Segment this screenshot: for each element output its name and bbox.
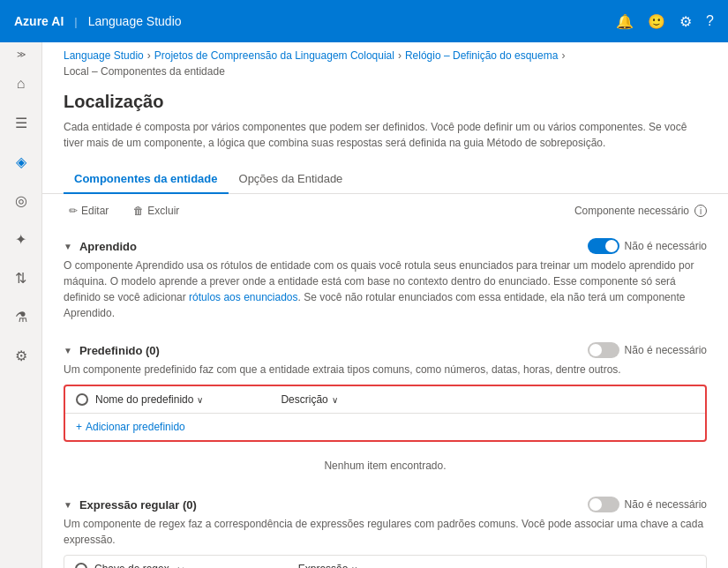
layout: ≫ ⌂ ☰ ◈ ◎ ✦ ⇅ ⚗ ⚙ Language Studio › Proj… bbox=[0, 42, 728, 568]
regex-toggle-wrap: Não é necessário bbox=[588, 497, 707, 512]
help-icon[interactable]: ? bbox=[706, 13, 714, 29]
learned-title: Aprendido bbox=[79, 240, 137, 253]
required-label: Componente necessário bbox=[574, 205, 689, 217]
sidebar-expand-icon[interactable]: ≫ bbox=[17, 49, 26, 59]
predefined-empty-label: Nenhum item encontrado. bbox=[64, 449, 707, 482]
tabs-bar: Componentes da entidade Opções da Entida… bbox=[42, 165, 728, 194]
learned-section: ▼ Aprendido Não é necessário O component… bbox=[42, 228, 728, 332]
sidebar-item-schema[interactable]: ◈ bbox=[4, 144, 39, 179]
regex-section: ▼ Expressão regular (0) Não é necessário… bbox=[42, 486, 728, 568]
regex-radio[interactable] bbox=[75, 563, 87, 568]
page-description: Cada entidade é composta por vários comp… bbox=[64, 119, 707, 151]
regex-toggle[interactable]: Não é necessário bbox=[588, 497, 707, 512]
learned-toggle-icon[interactable]: ▼ bbox=[64, 242, 72, 251]
learned-toggle-wrap: Não é necessário bbox=[588, 238, 707, 254]
predefined-table: Nome do predefinido ∨ Descrição ∨ + Adic… bbox=[64, 385, 707, 442]
predefined-col-name-chevron[interactable]: ∨ bbox=[197, 395, 203, 405]
regex-section-header: ▼ Expressão regular (0) Não é necessário bbox=[64, 490, 707, 516]
predefined-toggle-switch[interactable] bbox=[588, 342, 619, 358]
add-predefined-icon: + bbox=[76, 421, 82, 433]
sidebar-item-transfer[interactable]: ⇅ bbox=[4, 260, 39, 295]
regex-col-expr-chevron[interactable]: ∨ bbox=[351, 564, 357, 569]
regex-col-name: Chave de regex ↑↓ bbox=[94, 563, 185, 568]
regex-toggle-label: Não é necessário bbox=[625, 498, 707, 511]
sidebar-item-home[interactable]: ⌂ bbox=[4, 66, 39, 101]
breadcrumb-sep-2: › bbox=[398, 49, 402, 62]
toolbar: ✏ Editar 🗑 Excluir Componente necessário… bbox=[42, 194, 728, 228]
regex-toggle-knob bbox=[589, 498, 602, 511]
learned-toggle[interactable]: Não é necessário bbox=[588, 238, 707, 254]
edit-button[interactable]: ✏ Editar bbox=[64, 201, 114, 220]
emoji-icon[interactable]: 🙂 bbox=[648, 13, 665, 30]
predefined-toggle-knob bbox=[589, 344, 602, 356]
regex-toggle-icon[interactable]: ▼ bbox=[64, 500, 72, 510]
sidebar-item-entity[interactable]: ◎ bbox=[4, 183, 39, 218]
regex-title: Expressão regular (0) bbox=[79, 498, 197, 512]
page-title: Localização bbox=[64, 92, 707, 112]
topbar-icons: 🔔 🙂 ⚙ ? bbox=[616, 13, 714, 30]
regex-col-sort-icon[interactable]: ↑↓ bbox=[176, 564, 185, 569]
predefined-title: Predefinido (0) bbox=[79, 344, 160, 357]
regex-table-header: Chave de regex ↑↓ Expressão ∨ bbox=[64, 556, 706, 568]
predefined-section-header: ▼ Predefinido (0) Não é necessário bbox=[64, 335, 707, 362]
add-predefined-row[interactable]: + Adicionar predefinido bbox=[65, 414, 705, 440]
predefined-toggle[interactable]: Não é necessário bbox=[588, 342, 707, 358]
regex-col-expr: Expressão ∨ bbox=[298, 563, 358, 568]
page-header: Localização Cada entidade é composta por… bbox=[42, 85, 728, 154]
learned-toggle-switch[interactable] bbox=[588, 238, 619, 254]
predefined-description: Um componente predefinido faz com que a … bbox=[64, 362, 707, 377]
breadcrumb-sep-1: › bbox=[147, 49, 151, 62]
predefined-col-desc-chevron[interactable]: ∨ bbox=[332, 395, 338, 405]
regex-description: Um componente de regex faz a correspondê… bbox=[64, 516, 707, 548]
breadcrumb-projects[interactable]: Projetos de Compreensão da Linguagem Col… bbox=[154, 49, 394, 62]
required-info-icon[interactable]: i bbox=[694, 205, 707, 217]
bell-icon[interactable]: 🔔 bbox=[616, 13, 634, 30]
regex-table: Chave de regex ↑↓ Expressão ∨ + Adiciona… bbox=[64, 555, 707, 568]
azure-label: Azure AI bbox=[14, 14, 64, 28]
predefined-table-header: Nome do predefinido ∨ Descrição ∨ bbox=[65, 386, 705, 414]
app-label: Language Studio bbox=[88, 14, 182, 28]
tab-entity-components[interactable]: Componentes da entidade bbox=[64, 165, 229, 194]
predefined-col-name: Nome do predefinido ∨ bbox=[95, 393, 203, 406]
predefined-toggle-wrap: Não é necessário bbox=[588, 342, 707, 358]
gear-icon[interactable]: ⚙ bbox=[679, 13, 692, 30]
breadcrumb: Language Studio › Projetos de Compreensã… bbox=[42, 42, 728, 85]
sidebar-item-menu[interactable]: ☰ bbox=[4, 105, 39, 140]
learned-desc-link[interactable]: rótulos aos enunciados bbox=[189, 291, 297, 303]
sidebar-item-settings[interactable]: ⚙ bbox=[4, 338, 39, 373]
predefined-section: ▼ Predefinido (0) Não é necessário Um co… bbox=[42, 332, 728, 486]
regex-toggle-switch[interactable] bbox=[588, 497, 619, 512]
learned-section-header: ▼ Aprendido Não é necessário bbox=[64, 231, 707, 258]
topbar: Azure AI | Language Studio 🔔 🙂 ⚙ ? bbox=[0, 0, 728, 42]
predefined-col-desc: Descrição ∨ bbox=[281, 393, 337, 406]
breadcrumb-schema[interactable]: Relógio – Definição do esquema bbox=[405, 49, 558, 62]
topbar-divider: | bbox=[74, 15, 77, 28]
breadcrumb-sep-3: › bbox=[561, 49, 565, 62]
edit-icon: ✏ bbox=[69, 205, 78, 217]
predefined-radio[interactable] bbox=[76, 393, 88, 406]
predefined-toggle-label: Não é necessário bbox=[625, 344, 707, 356]
sidebar-item-test[interactable]: ⚗ bbox=[4, 299, 39, 334]
learned-toggle-knob bbox=[605, 240, 618, 252]
delete-button[interactable]: 🗑 Excluir bbox=[128, 201, 184, 220]
tab-entity-options[interactable]: Opções da Entidade bbox=[229, 165, 354, 194]
learned-description: O componente Aprendido usa os rótulos de… bbox=[64, 258, 707, 321]
breadcrumb-home[interactable]: Language Studio bbox=[64, 49, 144, 62]
sidebar-item-star[interactable]: ✦ bbox=[4, 221, 39, 257]
required-component-area: Componente necessário i bbox=[574, 205, 707, 217]
predefined-toggle-icon[interactable]: ▼ bbox=[64, 346, 72, 355]
main-content: Language Studio › Projetos de Compreensã… bbox=[42, 42, 728, 568]
learned-toggle-label: Não é necessário bbox=[625, 240, 707, 252]
breadcrumb-current: Local – Componentes da entidade bbox=[64, 65, 225, 78]
delete-icon: 🗑 bbox=[133, 205, 144, 217]
sidebar: ≫ ⌂ ☰ ◈ ◎ ✦ ⇅ ⚗ ⚙ bbox=[0, 42, 42, 568]
